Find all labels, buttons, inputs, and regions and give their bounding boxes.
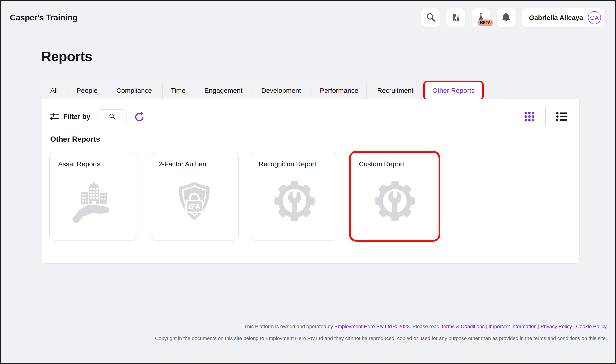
footer-text: This Platform is owned and operated by (244, 324, 335, 329)
tab-other-reports-label: Other Reports (432, 87, 474, 94)
page-title: Reports (41, 48, 92, 64)
refresh-button[interactable] (134, 111, 145, 122)
footer-link-cookie-policy[interactable]: Cookie Policy (576, 324, 607, 329)
tab-people[interactable]: People (68, 82, 106, 99)
footer-separator: | (536, 324, 541, 329)
2fa-shield-lock-icon: 2FA (172, 179, 216, 223)
footer-line-2: Copyright in the documents on this site … (155, 336, 607, 341)
list-view-button[interactable] (556, 110, 568, 123)
tab-all[interactable]: All (42, 82, 66, 99)
filter-by-label: Filter by (63, 113, 90, 121)
organisations-button[interactable] (446, 8, 465, 27)
report-category-tabs: All People Compliance Time Engagement De… (42, 82, 483, 99)
footer-separator: | (484, 324, 489, 329)
top-bar: Casper's Training (1, 1, 615, 35)
search-input[interactable] (98, 109, 127, 124)
toolbar: Filter by (50, 109, 568, 125)
user-name: Gabriella Alicaya (529, 14, 583, 22)
grid-view-icon (523, 110, 536, 123)
search-icon (108, 113, 116, 121)
bell-icon (501, 12, 511, 23)
user-menu[interactable]: Gabriella Alicaya GA (522, 8, 604, 27)
card-custom-report[interactable]: Custom Report (350, 152, 439, 240)
footer-text: . Please read (410, 324, 441, 329)
svg-text:2FA: 2FA (188, 203, 200, 210)
reports-panel: Filter by (42, 99, 580, 264)
grid-view-button[interactable] (523, 110, 536, 123)
footer-link-terms[interactable]: Terms & Conditions (441, 324, 484, 329)
buildings-icon (451, 12, 461, 23)
avatar: GA (588, 11, 601, 24)
list-view-icon (556, 110, 568, 123)
card-recognition-report[interactable]: Recognition Report (250, 152, 339, 240)
tab-recruitment[interactable]: Recruitment (369, 82, 422, 99)
labs-beta-button[interactable]: BETA (471, 8, 490, 27)
filter-sliders-icon (50, 113, 59, 121)
footer-link-employment-hero[interactable]: Employment Hero Pty Ltd © 2023 (335, 324, 410, 329)
hand-holding-buildings-icon (72, 179, 116, 223)
footer-line-1: This Platform is owned and operated by E… (244, 324, 607, 329)
app-title: Casper's Training (10, 13, 77, 22)
tab-engagement[interactable]: Engagement (196, 82, 251, 99)
section-title: Other Reports (50, 135, 579, 143)
card-title: 2-Factor Authen... (158, 160, 230, 168)
search-button[interactable] (421, 8, 440, 27)
notifications-button[interactable] (497, 8, 516, 27)
report-cards-grid: Asset Reports (49, 152, 579, 240)
app-window: Casper's Training (0, 0, 616, 364)
beta-badge: BETA (478, 20, 493, 26)
card-title: Recognition Report (259, 160, 330, 168)
tab-development[interactable]: Development (253, 82, 309, 99)
refresh-icon (134, 111, 145, 122)
footer-separator: | (572, 324, 576, 329)
footer-link-privacy-policy[interactable]: Privacy Policy (541, 324, 572, 329)
card-title: Custom Report (359, 160, 430, 168)
card-asset-reports[interactable]: Asset Reports (49, 152, 138, 240)
card-2fa-report[interactable]: 2-Factor Authen... 2FA (150, 152, 239, 240)
tab-other-reports[interactable]: Other Reports (424, 82, 483, 99)
tab-compliance[interactable]: Compliance (108, 82, 160, 99)
tab-performance[interactable]: Performance (312, 82, 367, 99)
search-icon (426, 12, 436, 23)
tab-time[interactable]: Time (162, 82, 194, 99)
view-toggle-divider (545, 107, 546, 126)
card-title: Asset Reports (58, 160, 130, 168)
gear-wrench-icon (273, 179, 316, 223)
footer-link-important-information[interactable]: Important Information (489, 324, 536, 329)
gear-wrench-icon (373, 179, 416, 223)
